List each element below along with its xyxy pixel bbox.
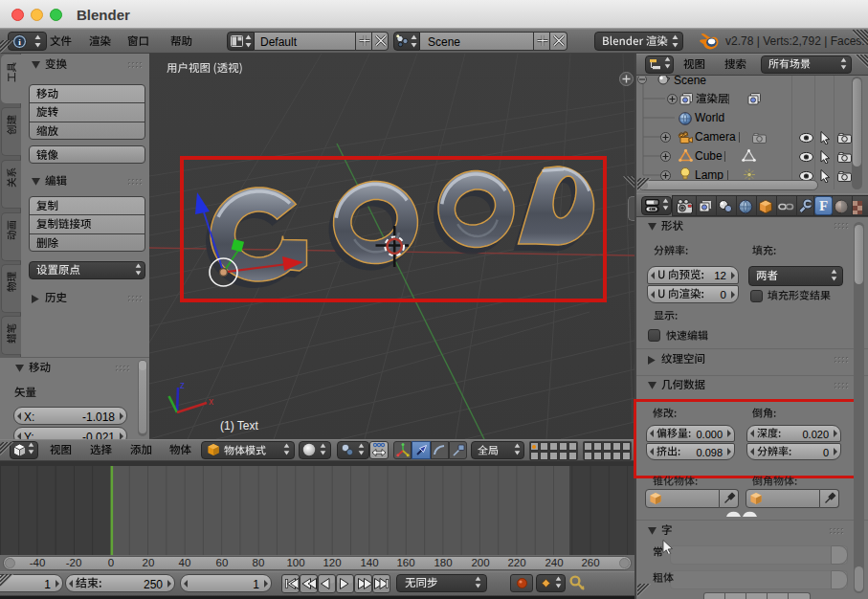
svg-text:x: x: [209, 396, 213, 407]
svg-text:z: z: [180, 380, 185, 390]
